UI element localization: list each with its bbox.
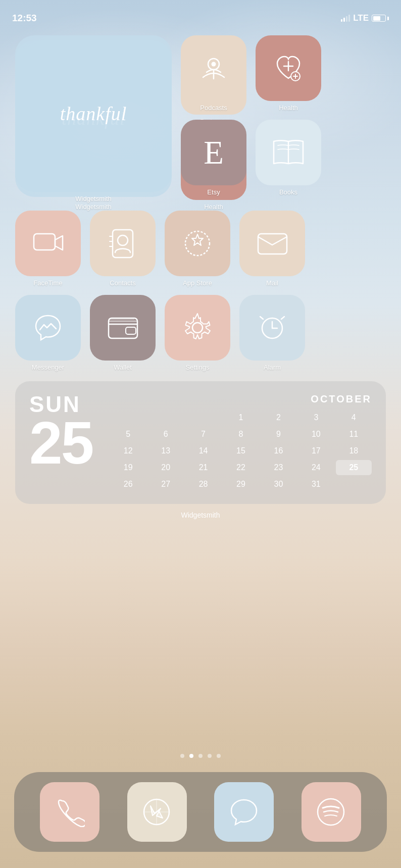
- page-dots: [0, 754, 401, 758]
- mail-icon-svg: [256, 231, 289, 256]
- books-icon-bg[interactable]: [256, 120, 321, 185]
- health-icon-svg: [272, 52, 305, 85]
- mail-icon-bg[interactable]: [239, 211, 305, 276]
- settings-icon-bg[interactable]: [165, 295, 230, 361]
- messages-icon-svg: [228, 796, 261, 829]
- dock-safari[interactable]: [127, 782, 187, 842]
- appstore-icon-bg[interactable]: [165, 211, 230, 276]
- books-wrapper[interactable]: Books: [256, 120, 321, 196]
- dock-spotify-icon[interactable]: [302, 782, 361, 842]
- calendar-day-cell: 4: [336, 410, 372, 425]
- settings-app-label: Settings: [186, 364, 210, 371]
- podcasts-wrapper[interactable]: Podcasts: [181, 35, 246, 112]
- calendar-day-cell: 5: [110, 427, 146, 442]
- facetime-icon-svg: [32, 230, 65, 258]
- calendar-day-cell: 19: [110, 460, 146, 475]
- status-right: LTE: [341, 13, 389, 23]
- contacts-wrapper[interactable]: Contacts: [90, 211, 156, 287]
- widgetsmith-app-label: Widgetsmith: [75, 195, 112, 202]
- alarm-wrapper[interactable]: Alarm: [239, 295, 305, 371]
- dock-phone-icon[interactable]: [40, 782, 99, 842]
- etsy-wrapper[interactable]: E Etsy: [181, 120, 246, 196]
- books-app-label: Books: [279, 188, 297, 196]
- right-col: Podcasts Health: [181, 35, 321, 196]
- calendar-day-cell: 18: [336, 443, 372, 458]
- wallet-icon-bg[interactable]: [90, 295, 156, 361]
- etsy-letter: E: [204, 136, 224, 169]
- contacts-icon-bg[interactable]: [90, 211, 156, 276]
- svg-point-18: [118, 235, 128, 245]
- settings-icon-svg: [181, 312, 214, 344]
- books-icon-svg: [271, 137, 306, 168]
- etsy-icon-bg[interactable]: E: [181, 120, 246, 185]
- calendar-month: OCTOBER: [110, 393, 372, 405]
- calendar-day-cell: 29: [223, 477, 259, 492]
- dock-messages-icon[interactable]: [214, 782, 274, 842]
- svg-rect-23: [258, 234, 287, 254]
- signal-icon: [341, 15, 350, 22]
- calendar-day-cell: 30: [261, 477, 296, 492]
- page-dot-3[interactable]: [208, 754, 212, 758]
- page-dot-2[interactable]: [198, 754, 203, 758]
- calendar-day-cell: 6: [147, 427, 183, 442]
- calendar-day-cell: 13: [147, 443, 183, 458]
- main-row-1: thankful Widgetsmith: [15, 35, 386, 202]
- page-dot-0[interactable]: [180, 754, 184, 758]
- calendar-day-cell: 20: [147, 460, 183, 475]
- health-icon-bg[interactable]: [256, 35, 321, 101]
- mail-wrapper[interactable]: Mail: [239, 211, 305, 287]
- right-row-2: E Etsy Books: [181, 120, 321, 196]
- wallet-icon-svg: [107, 314, 139, 342]
- dock-safari-icon[interactable]: [127, 782, 187, 842]
- facetime-icon-bg[interactable]: [15, 211, 81, 276]
- svg-point-36: [318, 799, 344, 825]
- messenger-wrapper[interactable]: Messenger: [15, 295, 81, 371]
- calendar-day-cell: 31: [298, 477, 334, 492]
- calendar-day-number: 25: [29, 416, 103, 471]
- calendar-day-cell: [185, 410, 221, 425]
- calendar-day-cell: 22: [223, 460, 259, 475]
- widgetsmith-widget-icon[interactable]: thankful: [15, 35, 172, 192]
- dock-messages[interactable]: [214, 782, 274, 842]
- calendar-day-cell: 2: [261, 410, 296, 425]
- spotify-icon-svg: [315, 796, 347, 829]
- messenger-icon-svg: [32, 312, 65, 344]
- calendar-day-cell: 10: [298, 427, 334, 442]
- calendar-day-cell: 14: [185, 443, 221, 458]
- calendar-grid: 1234567891011121314151617181920212223242…: [110, 410, 372, 492]
- health-app-label: Health: [279, 104, 298, 112]
- page-dot-1[interactable]: [189, 754, 193, 758]
- lte-label: LTE: [353, 13, 369, 23]
- settings-wrapper[interactable]: Settings: [165, 295, 230, 371]
- right-row-1: Podcasts Health: [181, 35, 321, 112]
- calendar-day-cell: 3: [298, 410, 334, 425]
- dock-spotify[interactable]: [302, 782, 361, 842]
- status-time: 12:53: [12, 13, 37, 24]
- svg-rect-17: [113, 230, 133, 258]
- health-wrapper[interactable]: Health: [256, 35, 321, 112]
- calendar-day-cell: 26: [110, 477, 146, 492]
- dock-phone[interactable]: [40, 782, 99, 842]
- calendar-day-cell: 16: [261, 443, 296, 458]
- alarm-icon-bg[interactable]: [239, 295, 305, 361]
- messenger-app-label: Messenger: [32, 364, 64, 371]
- calendar-day-cell: 12: [110, 443, 146, 458]
- appstore-wrapper[interactable]: App Store: [165, 211, 230, 287]
- mail-app-label: Mail: [266, 279, 278, 287]
- facetime-wrapper[interactable]: FaceTime: [15, 211, 81, 287]
- calendar-day-cell: [147, 410, 183, 425]
- svg-point-8: [211, 62, 216, 66]
- calendar-day-cell: 27: [147, 477, 183, 492]
- podcasts-app-label: Podcasts: [200, 104, 227, 112]
- wallet-wrapper[interactable]: Wallet: [90, 295, 156, 371]
- calendar-day-section: SUN 25: [29, 393, 103, 471]
- facetime-app-label: FaceTime: [33, 279, 62, 287]
- widgetsmith-app[interactable]: thankful Widgetsmith: [15, 35, 172, 202]
- calendar-day-cell: 24: [298, 460, 334, 475]
- podcasts-icon-bg[interactable]: [181, 35, 246, 101]
- page-dot-4[interactable]: [217, 754, 221, 758]
- app-row-4: Messenger Wallet Settings: [15, 295, 386, 371]
- messenger-icon-bg[interactable]: [15, 295, 81, 361]
- calendar-widget[interactable]: SUN 25 OCTOBER 1234567891011121314151617…: [15, 381, 386, 504]
- contacts-app-label: Contacts: [110, 279, 135, 287]
